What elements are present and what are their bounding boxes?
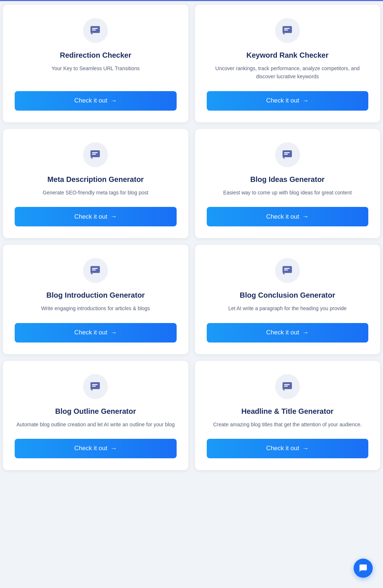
svg-rect-20 (92, 386, 96, 387)
card-title-keyword-rank-checker: Keyword Rank Checker (246, 50, 328, 60)
card-icon-redirection-checker (83, 18, 108, 43)
arrow-icon-blog-conclusion-generator: → (302, 329, 309, 337)
check-it-out-button-blog-ideas-generator[interactable]: Check it out → (207, 207, 369, 226)
card-blog-conclusion-generator: Blog Conclusion Generator Let AI write a… (195, 245, 380, 354)
card-icon-blog-introduction-generator (83, 258, 108, 283)
svg-rect-16 (284, 268, 289, 269)
card-desc-keyword-rank-checker: Uncover rankings, track performance, ana… (207, 64, 369, 81)
btn-label-redirection-checker: Check it out (74, 97, 107, 104)
card-icon-blog-outline-generator (83, 374, 108, 399)
arrow-icon-blog-introduction-generator: → (110, 329, 117, 337)
arrow-icon-keyword-rank-checker: → (302, 97, 309, 105)
arrow-icon-headline-title-generator: → (302, 445, 309, 452)
check-it-out-button-blog-introduction-generator[interactable]: Check it out → (15, 323, 177, 343)
svg-rect-22 (284, 384, 289, 385)
check-it-out-button-redirection-checker[interactable]: Check it out → (15, 91, 177, 111)
svg-rect-1 (92, 28, 98, 29)
svg-rect-10 (284, 152, 289, 153)
svg-rect-4 (284, 28, 289, 29)
check-it-out-button-blog-outline-generator[interactable]: Check it out → (15, 439, 177, 458)
svg-rect-19 (92, 384, 98, 385)
svg-rect-23 (284, 386, 288, 387)
card-desc-blog-ideas-generator: Easiest way to come up with blog ideas f… (223, 189, 352, 197)
svg-rect-3 (282, 26, 292, 33)
svg-rect-14 (92, 270, 96, 271)
svg-rect-2 (92, 29, 96, 31)
fab-button[interactable] (354, 559, 373, 578)
arrow-icon-meta-description-generator: → (110, 213, 117, 220)
svg-rect-8 (92, 154, 96, 155)
card-meta-description-generator: Meta Description Generator Generate SEO-… (3, 129, 188, 238)
card-blog-outline-generator: Blog Outline Generator Automate blog out… (3, 361, 188, 470)
btn-label-keyword-rank-checker: Check it out (266, 97, 299, 104)
svg-rect-13 (92, 268, 98, 269)
check-it-out-button-keyword-rank-checker[interactable]: Check it out → (207, 91, 369, 111)
card-title-headline-title-generator: Headline & Title Generator (241, 406, 333, 416)
card-icon-headline-title-generator (275, 374, 300, 399)
card-desc-blog-conclusion-generator: Let AI write a paragraph for the heading… (228, 304, 347, 312)
card-icon-blog-conclusion-generator (275, 258, 300, 283)
svg-rect-21 (282, 382, 292, 389)
btn-label-blog-introduction-generator: Check it out (74, 329, 107, 336)
svg-rect-7 (92, 152, 98, 153)
card-desc-blog-outline-generator: Automate blog outline creation and let A… (17, 420, 175, 429)
check-it-out-button-blog-conclusion-generator[interactable]: Check it out → (207, 323, 369, 343)
svg-rect-5 (284, 29, 288, 31)
svg-rect-17 (284, 270, 288, 271)
card-icon-blog-ideas-generator (275, 142, 300, 167)
card-desc-meta-description-generator: Generate SEO-friendly meta tags for blog… (43, 189, 148, 197)
btn-label-meta-description-generator: Check it out (74, 213, 107, 220)
svg-rect-12 (91, 266, 100, 273)
btn-label-headline-title-generator: Check it out (266, 445, 299, 452)
card-title-meta-description-generator: Meta Description Generator (47, 175, 144, 184)
cards-grid: Redirection Checker Your Key to Seamless… (3, 5, 380, 470)
arrow-icon-blog-ideas-generator: → (302, 213, 309, 220)
card-keyword-rank-checker: Keyword Rank Checker Uncover rankings, t… (195, 5, 380, 122)
btn-label-blog-ideas-generator: Check it out (266, 213, 299, 220)
card-headline-title-generator: Headline & Title Generator Create amazin… (195, 361, 380, 470)
svg-rect-18 (91, 382, 100, 389)
card-blog-ideas-generator: Blog Ideas Generator Easiest way to come… (195, 129, 380, 238)
btn-label-blog-conclusion-generator: Check it out (266, 329, 299, 336)
card-title-blog-introduction-generator: Blog Introduction Generator (46, 290, 145, 300)
arrow-icon-redirection-checker: → (110, 97, 117, 105)
card-icon-meta-description-generator (83, 142, 108, 167)
card-title-blog-ideas-generator: Blog Ideas Generator (250, 175, 325, 184)
card-title-blog-outline-generator: Blog Outline Generator (55, 406, 136, 416)
svg-rect-0 (91, 26, 100, 33)
card-desc-redirection-checker: Your Key to Seamless URL Transitions (51, 64, 140, 81)
svg-rect-15 (282, 266, 292, 273)
card-title-blog-conclusion-generator: Blog Conclusion Generator (240, 290, 335, 300)
card-desc-headline-title-generator: Create amazing blog titles that get the … (213, 420, 362, 429)
svg-rect-11 (284, 154, 288, 155)
btn-label-blog-outline-generator: Check it out (74, 445, 107, 452)
card-redirection-checker: Redirection Checker Your Key to Seamless… (3, 5, 188, 122)
card-icon-keyword-rank-checker (275, 18, 300, 43)
arrow-icon-blog-outline-generator: → (110, 445, 117, 452)
card-blog-introduction-generator: Blog Introduction Generator Write engagi… (3, 245, 188, 354)
check-it-out-button-meta-description-generator[interactable]: Check it out → (15, 207, 177, 226)
card-title-redirection-checker: Redirection Checker (60, 50, 131, 60)
check-it-out-button-headline-title-generator[interactable]: Check it out → (207, 439, 369, 458)
card-desc-blog-introduction-generator: Write engaging introductions for article… (41, 304, 150, 312)
